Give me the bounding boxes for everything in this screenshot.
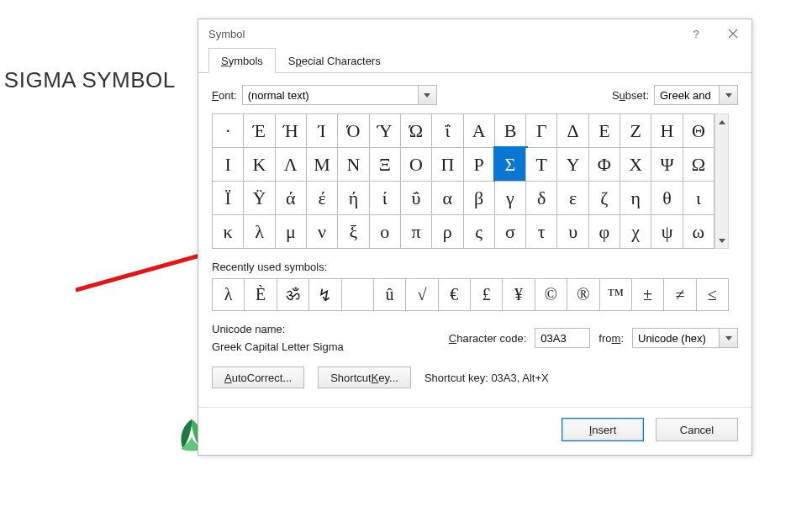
recent-symbol-cell[interactable]: ≤	[697, 279, 729, 311]
scroll-up-button[interactable]	[715, 114, 728, 129]
from-input[interactable]	[632, 328, 720, 348]
recent-symbol-cell[interactable]: £	[471, 279, 503, 311]
symbol-cell[interactable]: Γ	[526, 114, 557, 148]
scroll-track[interactable]	[715, 129, 728, 233]
scroll-down-button[interactable]	[715, 233, 728, 248]
symbol-cell[interactable]: Τ	[526, 148, 557, 182]
recent-symbol-cell[interactable]: λ	[213, 279, 245, 311]
symbol-cell[interactable]: ξ	[338, 215, 369, 249]
tab-symbols[interactable]: Symbols	[208, 48, 276, 73]
symbol-cell[interactable]: μ	[276, 215, 307, 249]
recent-symbols-grid[interactable]: λÈॐ↯û√€£¥©®™±≠≤	[212, 278, 729, 311]
symbol-cell[interactable]: ν	[307, 215, 338, 249]
recent-symbol-cell[interactable]: ↯	[309, 279, 341, 311]
symbol-cell[interactable]: ε	[557, 182, 588, 215]
symbol-cell[interactable]: Δ	[557, 114, 588, 148]
symbol-cell[interactable]: ς	[464, 215, 495, 249]
symbol-cell[interactable]: ή	[338, 182, 369, 215]
subset-dropdown-button[interactable]	[720, 85, 738, 105]
symbol-cell[interactable]: Π	[432, 148, 463, 182]
recent-symbol-cell[interactable]: ±	[632, 279, 664, 311]
symbol-cell[interactable]: λ	[244, 215, 275, 249]
symbol-cell[interactable]: ω	[683, 215, 714, 249]
symbol-cell[interactable]: Ζ	[620, 114, 651, 148]
symbol-cell[interactable]: Η	[651, 114, 683, 148]
symbol-cell[interactable]: Μ	[307, 148, 338, 182]
font-select[interactable]	[242, 85, 437, 105]
recent-symbol-cell[interactable]: €	[439, 279, 471, 311]
symbol-cell[interactable]: γ	[495, 182, 526, 215]
help-button[interactable]: ?	[678, 19, 714, 48]
symbol-cell[interactable]: Ϋ	[244, 182, 275, 215]
symbol-cell[interactable]: Ν	[338, 148, 369, 182]
symbol-cell[interactable]: ο	[370, 215, 401, 249]
symbol-cell[interactable]: ά	[276, 182, 307, 215]
close-button[interactable]	[714, 19, 751, 48]
symbol-cell[interactable]: Λ	[276, 148, 307, 182]
symbol-cell[interactable]: χ	[620, 215, 651, 249]
symbol-cell[interactable]: Ο	[401, 148, 432, 182]
symbol-cell[interactable]: Ω	[683, 148, 714, 182]
symbol-cell[interactable]: σ	[495, 215, 526, 249]
symbol-cell[interactable]: τ	[526, 215, 557, 249]
symbol-cell[interactable]: Ή	[276, 114, 307, 148]
symbol-cell[interactable]: κ	[213, 215, 244, 249]
symbol-cell[interactable]: η	[620, 182, 651, 215]
font-dropdown-button[interactable]	[419, 85, 437, 105]
symbol-cell[interactable]: π	[401, 215, 432, 249]
autocorrect-button[interactable]: AutoCorrect...	[212, 367, 304, 388]
shortcut-key-button[interactable]: Shortcut Key...	[318, 367, 411, 388]
symbol-cell[interactable]: Ύ	[370, 114, 401, 148]
symbol-grid[interactable]: ·ΈΉΊΌΎΏΐΑΒΓΔΕΖΗΘΙΚΛΜΝΞΟΠΡΣΤΥΦΧΨΩΪΫάέήίΰα…	[212, 113, 714, 249]
symbol-cell[interactable]: φ	[589, 215, 620, 249]
symbol-cell[interactable]: Ό	[338, 114, 369, 148]
symbol-cell[interactable]: ·	[213, 114, 244, 148]
recent-symbol-cell[interactable]: ¥	[503, 279, 535, 311]
symbol-cell[interactable]: Φ	[589, 148, 620, 182]
recent-symbol-cell[interactable]: ©	[535, 279, 567, 311]
symbol-cell[interactable]: ΐ	[432, 114, 463, 148]
recent-symbol-cell[interactable]: ≠	[664, 279, 696, 311]
symbol-cell[interactable]: Ϊ	[213, 182, 244, 215]
symbol-cell[interactable]: Σ	[495, 148, 526, 182]
recent-symbol-cell[interactable]: û	[374, 279, 406, 311]
symbol-cell[interactable]: θ	[651, 182, 683, 215]
symbol-cell[interactable]: ί	[370, 182, 401, 215]
symbol-cell[interactable]: ζ	[589, 182, 620, 215]
symbol-cell[interactable]: υ	[557, 215, 588, 249]
symbol-cell[interactable]: α	[432, 182, 463, 215]
symbol-cell[interactable]: Ε	[589, 114, 620, 148]
subset-input[interactable]	[654, 85, 720, 105]
symbol-cell[interactable]: Ρ	[464, 148, 495, 182]
symbol-cell[interactable]: Ι	[213, 148, 244, 182]
subset-select[interactable]	[654, 85, 738, 105]
recent-symbol-cell[interactable]: ™	[600, 279, 632, 311]
recent-symbol-cell[interactable]: ®	[567, 279, 599, 311]
symbol-cell[interactable]: ψ	[651, 215, 683, 249]
cancel-button[interactable]: Cancel	[656, 418, 738, 441]
symbol-cell[interactable]: Χ	[620, 148, 651, 182]
recent-symbol-cell[interactable]: √	[406, 279, 438, 311]
insert-button[interactable]: Insert	[562, 418, 644, 441]
symbol-cell[interactable]: Υ	[557, 148, 588, 182]
char-code-input[interactable]	[535, 328, 590, 348]
tab-special-characters[interactable]: Special Characters	[276, 48, 393, 72]
symbol-cell[interactable]: Ψ	[651, 148, 683, 182]
symbol-cell[interactable]: Θ	[683, 114, 714, 148]
symbol-cell[interactable]: έ	[307, 182, 338, 215]
from-dropdown-button[interactable]	[720, 328, 738, 348]
symbol-cell[interactable]: Α	[464, 114, 495, 148]
symbol-cell[interactable]: Β	[495, 114, 526, 148]
symbol-cell[interactable]: Κ	[244, 148, 275, 182]
recent-symbol-cell[interactable]: ॐ	[277, 279, 309, 311]
symbol-cell[interactable]: Ώ	[401, 114, 432, 148]
symbol-cell[interactable]: β	[464, 182, 495, 215]
symbol-cell[interactable]: δ	[526, 182, 557, 215]
symbol-cell[interactable]: Ξ	[370, 148, 401, 182]
font-input[interactable]	[242, 85, 419, 105]
symbol-cell[interactable]: ρ	[432, 215, 463, 249]
grid-scrollbar[interactable]	[714, 113, 729, 249]
symbol-cell[interactable]: ΰ	[401, 182, 432, 215]
recent-symbol-cell[interactable]	[342, 279, 374, 311]
from-select[interactable]	[632, 328, 738, 348]
